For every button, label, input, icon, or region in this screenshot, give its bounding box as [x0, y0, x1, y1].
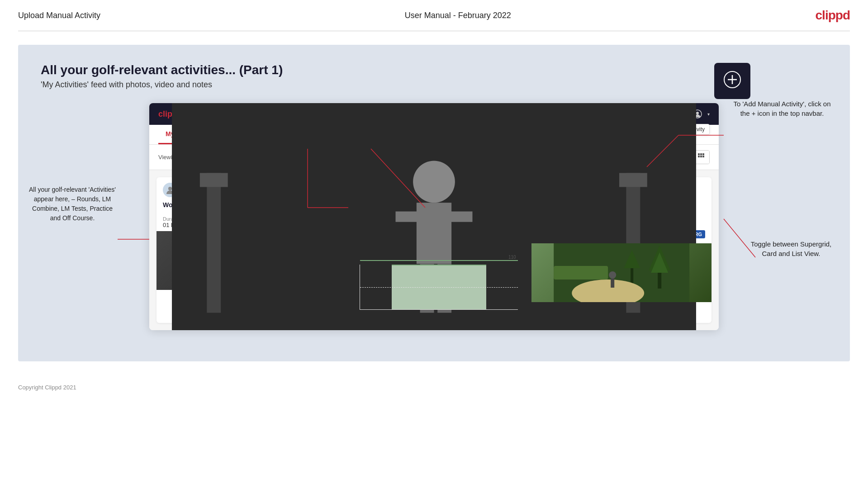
card-image-1 [157, 231, 337, 290]
svg-rect-30 [207, 177, 221, 313]
main-title: All your golf-relevant activities... (Pa… [41, 63, 827, 77]
logo: clippd [816, 8, 850, 23]
top-bar: Upload Manual Activity User Manual - Feb… [0, 0, 868, 31]
svg-rect-52 [611, 279, 614, 288]
app-mockup: clippd Performance ▾ Activities [149, 103, 719, 330]
card-image-3 [531, 243, 711, 302]
plus-button-container [714, 63, 750, 99]
annotation-toggle: Toggle between Supergrid, Card and List … [746, 239, 836, 258]
manual-title: User Manual - February 2022 [405, 11, 511, 20]
annotation-left: All your golf-relevant 'Activities' appe… [27, 185, 118, 223]
main-area: All your golf-relevant activities... (Pa… [18, 45, 850, 361]
copyright: Copyright Clippd 2021 [18, 384, 76, 391]
add-manual-button[interactable] [714, 63, 750, 99]
svg-rect-31 [200, 177, 228, 187]
divider [18, 31, 850, 31]
chart-container: 110 [360, 265, 518, 310]
main-subtitle: 'My Activities' feed with photos, video … [41, 80, 827, 90]
plus-icon [723, 71, 741, 91]
cards-area: Dave Billingham 11 Feb 2022 · Gym Workin… [149, 170, 719, 330]
svg-rect-53 [554, 266, 608, 280]
chart-110-line: 110 [360, 260, 518, 261]
svg-rect-29 [172, 177, 337, 323]
svg-point-51 [609, 271, 616, 279]
heading-section: All your golf-relevant activities... (Pa… [41, 63, 827, 90]
footer: Copyright Clippd 2021 [0, 375, 868, 400]
activity-card-1: Dave Billingham 11 Feb 2022 · Gym Workin… [157, 177, 337, 323]
annotation-add: To 'Add Manual Activity', click on the +… [732, 99, 832, 118]
upload-manual-activity-label: Upload Manual Activity [18, 11, 100, 20]
